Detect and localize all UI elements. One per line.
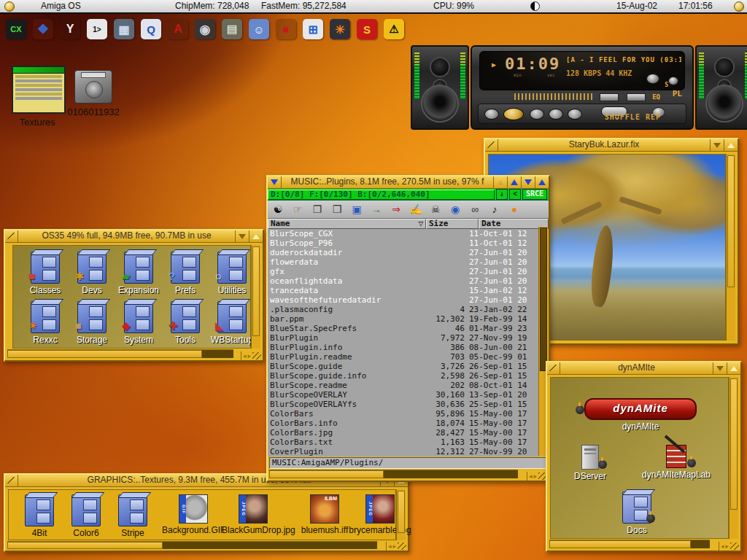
file-row[interactable]: trancedata15-Jan-02 12: [268, 286, 539, 295]
vertical-scrollbar[interactable]: [726, 154, 735, 341]
depth-gadget-icon[interactable]: [710, 139, 724, 151]
prev-button[interactable]: [484, 109, 499, 120]
path-field[interactable]: MUSIC:AmigaAMP/Plugins/: [269, 457, 547, 469]
calculator-dock-icon[interactable]: ▦: [114, 19, 134, 39]
file-row[interactable]: duderockdatadir27-Jun-01 20: [268, 248, 539, 257]
workbench-logo-icon[interactable]: [4, 1, 15, 12]
copy-icon[interactable]: ❐: [309, 202, 326, 217]
horizontal-scrollbar[interactable]: [7, 541, 377, 549]
os35-icon-rexxc[interactable]: ✷Rexxc: [23, 301, 67, 345]
screen-depth-gadget-icon[interactable]: [734, 1, 744, 12]
balance-knob[interactable]: [646, 74, 659, 84]
sound-icon[interactable]: ♪: [486, 202, 503, 217]
harddisk-icon-label[interactable]: 0106011932: [57, 106, 130, 117]
scroll-arrows[interactable]: ◂▸: [386, 542, 408, 551]
apple-dock-icon[interactable]: ●: [276, 19, 296, 39]
file-row[interactable]: flowerdata27-Jun-01 20: [268, 257, 539, 267]
os35-icon-wbstartup[interactable]: ◣WBStartup: [210, 301, 254, 345]
file-row[interactable]: gfx27-Jun-01 20: [268, 267, 539, 276]
cd-dock-icon[interactable]: ◉: [195, 19, 215, 39]
file-row[interactable]: BlurScopeOVERLAY30,16013-Sep-01 20: [268, 390, 539, 400]
graphics-icon-4bit[interactable]: 4Bit: [19, 494, 60, 538]
dynamite-titlebar[interactable]: dynAMIte: [547, 362, 740, 375]
size-column-header[interactable]: Size: [426, 219, 479, 229]
lock-gadget-icon[interactable]: ⌂: [493, 176, 507, 188]
os35-icon-devs[interactable]: ✱Devs: [70, 252, 114, 295]
os35-titlebar[interactable]: OS35 49% full, 94.9MB free, 90.7MB in us…: [5, 230, 263, 243]
rename-icon[interactable]: ✍: [407, 202, 425, 217]
file-row[interactable]: BlurScope_CGX11-Oct-01 12: [268, 229, 539, 238]
vertical-scrollbar[interactable]: [396, 489, 406, 540]
vertical-scrollbar[interactable]: [251, 245, 260, 349]
iconify-gadget-icon[interactable]: [268, 176, 282, 188]
horizontal-scrollbar[interactable]: [7, 349, 233, 358]
file-row[interactable]: BlurScopeOVERLAYfs30,63625-Sep-01 15: [268, 400, 539, 409]
down-gadget-icon[interactable]: [521, 176, 535, 188]
close-gadget-icon[interactable]: [485, 139, 498, 151]
music-titlebar[interactable]: MUSIC:..Plugins, 8.1M free, 270.5M in us…: [268, 176, 549, 189]
graphics-icon-bluemush.iff[interactable]: ILBMbluemush.iff: [293, 494, 356, 535]
file-row[interactable]: BlurPlugin7,97227-Nov-99 19: [268, 333, 539, 343]
hand-point-icon[interactable]: ☞: [289, 202, 306, 217]
volume-slider[interactable]: [600, 93, 619, 101]
file-row[interactable]: CoverPlugin12,31227-Nov-99 20: [268, 447, 539, 456]
stop-button[interactable]: [549, 109, 563, 120]
eq-button[interactable]: EQ: [652, 93, 660, 101]
move-as-icon[interactable]: ⇒: [387, 202, 405, 217]
file-row[interactable]: .plasmaconfig423-Jan-02 22: [268, 305, 539, 314]
source-button[interactable]: SRCE: [522, 189, 547, 200]
harddisk-icon[interactable]: [74, 70, 112, 104]
horizontal-scrollbar[interactable]: [549, 540, 710, 548]
file-row[interactable]: BlurScope_P9611-Oct-01 12: [268, 238, 539, 248]
scroll-arrows[interactable]: ◂▸: [719, 542, 740, 551]
file-row[interactable]: BlueStar.SpecPrefs4601-Mar-99 23: [268, 324, 539, 333]
file-row[interactable]: ColorBars95,89615-May-00 17: [268, 409, 539, 419]
glass-dock-icon[interactable]: Y: [60, 19, 80, 39]
scroll-arrows[interactable]: ◂▸: [241, 351, 263, 360]
superman-dock-icon[interactable]: S: [357, 19, 377, 39]
zoom-gadget-icon[interactable]: [724, 139, 738, 151]
read-glasses-icon[interactable]: ∞: [466, 202, 484, 217]
os35-icon-classes[interactable]: ■Classes: [23, 252, 67, 295]
file-row[interactable]: oceanflightdata27-Jun-01 20: [268, 276, 539, 286]
file-row[interactable]: BlurScope.readme20208-Oct-01 14: [268, 381, 539, 390]
search-dock-icon[interactable]: Q: [141, 19, 161, 39]
zoom-gadget-icon[interactable]: [249, 230, 263, 242]
zoom-gadget-icon[interactable]: [535, 176, 549, 188]
yinyang-icon[interactable]: ☯: [269, 202, 287, 217]
fruit-icon[interactable]: ●: [506, 202, 523, 217]
crossing-sign-dock-icon[interactable]: ⚠: [384, 19, 404, 39]
scanner-dock-icon[interactable]: ▤: [222, 19, 242, 39]
os35-icon-tools[interactable]: ✚Tools: [163, 301, 207, 345]
device-box-icon[interactable]: ▣: [348, 202, 365, 217]
depth-gadget-icon[interactable]: [235, 230, 249, 242]
textures-icon-label[interactable]: Textures: [12, 117, 63, 128]
os35-icon-expansion[interactable]: ▰Expansion: [117, 252, 160, 295]
parent-dir-button[interactable]: <: [509, 189, 521, 200]
starybuk-titlebar[interactable]: StaryBuk.Lazur.fix: [485, 139, 738, 152]
cx-monitor-dock-icon[interactable]: CX: [6, 19, 26, 39]
dynamite-icon-dserver[interactable]: DServer: [561, 445, 619, 481]
close-gadget-icon[interactable]: [5, 230, 18, 242]
os35-icon-prefs[interactable]: ?Prefs: [163, 252, 207, 295]
file-row[interactable]: ColorBars.info18,07415-May-00 17: [268, 419, 539, 428]
file-row[interactable]: BlurPlugin.info38608-Jun-00 21: [268, 343, 539, 352]
dynamite-icon-dynamitemaplab[interactable]: dynAMIteMapLab: [632, 445, 720, 480]
delete-skull-icon[interactable]: ☠: [427, 202, 444, 217]
macos-dock-icon[interactable]: ☺: [249, 19, 269, 39]
up-gadget-icon[interactable]: [507, 176, 521, 188]
vertical-scrollbar[interactable]: [729, 377, 738, 539]
graphics-icon-background.gif[interactable]: GIFBackground.GIF: [162, 494, 225, 535]
pause-button[interactable]: [530, 109, 544, 120]
move-icon[interactable]: →: [368, 202, 385, 217]
horizontal-scrollbar[interactable]: [269, 470, 518, 478]
name-column-header[interactable]: Name▽: [268, 219, 426, 229]
shuffle-rep-label[interactable]: SHUFFLE REP: [605, 113, 661, 121]
menubar-title[interactable]: Amiga OS: [41, 1, 81, 11]
texteffect-dock-icon[interactable]: A: [168, 19, 188, 39]
file-row[interactable]: BlurScope.guide.info2,59826-Sep-01 15: [268, 371, 539, 381]
fireball-dock-icon[interactable]: ☀: [330, 19, 350, 39]
balance-slider[interactable]: [627, 93, 646, 101]
dynamite-icon-dynamite[interactable]: dynAMitedynAMIte: [578, 398, 703, 432]
file-row[interactable]: BlurScope.guide3,72626-Sep-01 15: [268, 362, 539, 371]
